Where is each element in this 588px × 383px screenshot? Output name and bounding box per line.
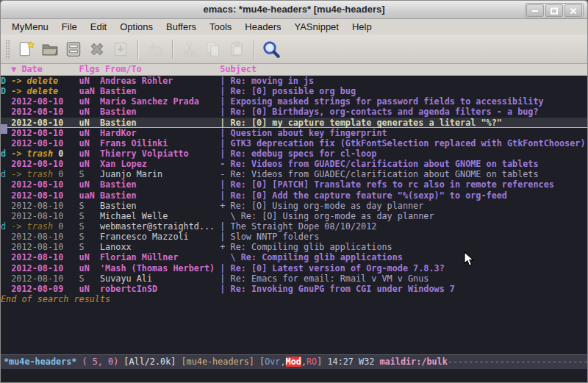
date-field: -> delete <box>11 76 63 86</box>
mark-char: D <box>1 76 11 86</box>
menu-help[interactable]: Help <box>345 20 379 34</box>
flags-field: uN <box>63 128 100 138</box>
menu-headers[interactable]: Headers <box>238 20 287 34</box>
message-row[interactable]: 2012-08-10 S Suvayu Ali | Re: Emacs for … <box>1 273 587 284</box>
date-field: 2012-08-10 <box>11 107 63 117</box>
mark-char <box>1 232 11 242</box>
close-icon[interactable] <box>564 4 582 17</box>
date-field: 2012-08-10 <box>11 179 63 190</box>
modeline-segment-dim <box>176 357 181 367</box>
message-row[interactable]: 2012-08-10 S Francesco Mazzoli | Slow NN… <box>1 232 587 242</box>
modeline-segment-khaki: [mu4e-headers] <box>182 357 254 367</box>
headers-column-header[interactable]: ▼ Date Flgs From/To Subject <box>1 64 587 76</box>
save-message-icon <box>109 38 132 60</box>
menu-tools[interactable]: Tools <box>203 20 238 34</box>
from-field: Xan Lopez <box>100 159 220 169</box>
date-field: 2012-08-10 <box>11 201 63 211</box>
flags-field: uN <box>63 252 100 262</box>
message-row[interactable]: 2012-08-10 uN Mario Sanchez Prada | Expo… <box>1 96 587 107</box>
paste-icon <box>225 38 248 60</box>
minimize-icon[interactable] <box>526 4 544 17</box>
flags-field: uN <box>63 107 100 117</box>
modeline-segment-pink: ( 5, 0) <box>76 357 123 367</box>
mark-char <box>1 138 11 148</box>
toolbar-separator <box>172 40 173 59</box>
from-field: webmaster@straightd... <box>100 221 220 232</box>
mark-char: d <box>1 169 11 179</box>
message-row[interactable]: 2012-08-10 S Michael Welle \ Re: [O] Usi… <box>1 211 587 221</box>
date-field: 2012-08-10 <box>11 263 63 273</box>
message-row[interactable]: 2012-08-10 uN Bastien | Re: [0] Birthday… <box>1 107 587 117</box>
end-of-search-results: End of search results <box>1 294 587 304</box>
message-row[interactable]: 2012-08-10 uN Bastien | Re: [0] [PATCH] … <box>1 179 587 190</box>
save-icon[interactable] <box>62 38 85 60</box>
message-row[interactable]: 2012-08-10 uN Florian Müllner \ Re: Comp… <box>1 252 587 262</box>
from-field: Bastien <box>100 201 220 211</box>
search-icon[interactable] <box>259 38 283 60</box>
mark-char <box>1 159 11 169</box>
from-field: Frans Oilinki <box>100 138 220 148</box>
date-field: 2012-08-10 <box>11 118 63 128</box>
menu-buffers[interactable]: Buffers <box>159 20 203 34</box>
menu-edit[interactable]: Edit <box>84 20 113 34</box>
message-row[interactable]: d -> trash 0 S Juanjo Marin - Re: Videos… <box>1 169 587 179</box>
copy-icon <box>201 38 225 60</box>
subject-field: | Re: [0] Latest version of Org-mode 7.8… <box>220 263 444 273</box>
title-bar[interactable]: emacs: *mu4e-headers* [mu4e-headers] <box>1 1 587 19</box>
from-field: Thierry Volpiatto <box>100 148 220 159</box>
flags-field: S <box>63 169 100 179</box>
message-row[interactable]: 2012-08-10 uN Xan Lopez - Re: Videos fro… <box>1 159 587 169</box>
message-row[interactable]: 2012-08-10 S Lanoxx + Re: Compiling glib… <box>1 242 587 252</box>
flags-field: S <box>63 242 100 252</box>
maximize-icon[interactable] <box>545 4 563 17</box>
subject-field: | Re: Invoking GnuPG from CGI under Wind… <box>220 284 455 294</box>
toolbar-grip[interactable] <box>5 40 10 59</box>
echo-area[interactable] <box>1 369 587 382</box>
from-field: Bastien <box>100 118 220 128</box>
flags-field: uN <box>63 284 100 294</box>
subject-field: + Re: [O] Using org-mode as day planner <box>220 201 423 211</box>
message-row[interactable]: d -> trash 0 uN Thierry Volpiatto | Re: … <box>1 148 587 159</box>
message-row[interactable]: 2012-08-10 uN Frans Oilinki | GTK3 depre… <box>1 138 587 148</box>
mark-char <box>1 252 11 262</box>
modeline-segment-dim: [ <box>254 357 265 367</box>
subject-field: | Question about key fingerprint <box>220 128 387 138</box>
date-field: -> delete <box>11 86 63 96</box>
mark-char <box>1 263 11 273</box>
message-row[interactable]: 2012-08-10 uaN Bastien | Re: [0] Add the… <box>1 190 587 201</box>
message-row[interactable]: D -> delete uaN Bastien | Re: [0] possib… <box>1 86 587 96</box>
modeline-segment-dim: , <box>301 357 306 367</box>
from-field: 'Mash (Thomas Herbert) <box>100 263 220 273</box>
message-row[interactable]: 2012-08-10 uN 'Mash (Thomas Herbert) | R… <box>1 263 587 273</box>
from-field: HardKor <box>100 128 220 138</box>
message-row[interactable]: 2012-08-09 uN robertcInSD | Re: Invoking… <box>1 284 587 294</box>
mode-line[interactable]: *mu4e-headers* ( 5, 0) [All/2.0k] [mu4e-… <box>1 354 587 369</box>
menu-yasnippet[interactable]: YASnippet <box>287 20 345 34</box>
subject-field: | Exposing masked strings for password f… <box>220 96 543 107</box>
date-field: -> trash <box>11 169 58 179</box>
close-buffer-icon[interactable] <box>85 38 109 60</box>
from-field: Bastien <box>100 107 220 117</box>
message-row[interactable]: D -> delete uN Andreas Röhler | Re: movi… <box>1 76 587 86</box>
modeline-segment-buf: *mu4e-headers* <box>4 357 76 367</box>
message-row[interactable]: 2012-08-10 S Bastien + Re: [O] Using org… <box>1 201 587 211</box>
message-row[interactable]: 2012-08-10 uN Bastien | Re: [0] my captu… <box>1 118 587 128</box>
date-field: 2012-08-10 <box>11 190 63 201</box>
mark-char <box>1 190 11 201</box>
date-field: 2012-08-09 <box>11 284 63 294</box>
open-folder-icon[interactable] <box>38 38 62 60</box>
from-field: Andreas Röhler <box>100 76 220 86</box>
message-row[interactable]: d -> trash 0 S webmaster@straightd... | … <box>1 221 587 232</box>
menu-mymenu[interactable]: MyMenu <box>5 20 55 34</box>
message-row[interactable]: 2012-08-10 uN HardKor | Question about k… <box>1 128 587 138</box>
date-field: 2012-08-10 <box>11 252 63 262</box>
from-field: Suvayu Ali <box>100 273 220 284</box>
mu4e-headers-buffer: ▼ Date Flgs From/To Subject D -> delete … <box>1 64 587 354</box>
subject-field: | Re: [0] [PATCH] Translate refs to rc a… <box>220 179 554 190</box>
menu-file[interactable]: File <box>55 20 84 34</box>
toolbar-separator <box>254 40 254 59</box>
window-controls <box>525 3 584 18</box>
new-file-icon[interactable] <box>15 38 38 60</box>
mark-char <box>1 284 11 294</box>
menu-options[interactable]: Options <box>113 20 159 34</box>
